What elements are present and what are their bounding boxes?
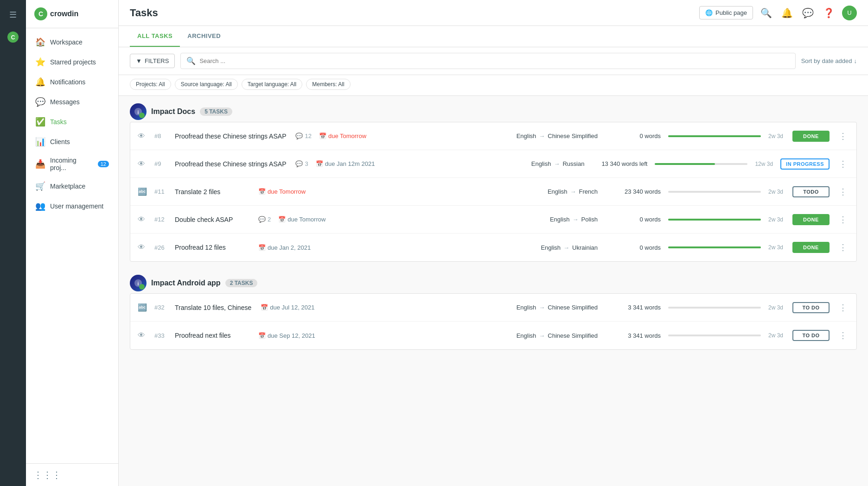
task-name[interactable]: Proofread next files (175, 332, 249, 339)
words-info: 3 341 words (605, 332, 661, 339)
table-row: 👁 #12 Double check ASAP 💬 2 📅 due Tomorr… (130, 206, 856, 234)
sidebar-item-label: User management (50, 202, 103, 210)
sort-control[interactable]: Sort by date added ↓ (801, 57, 857, 64)
sidebar-item-label: Notifications (50, 78, 85, 86)
words-info: 13 340 words left (592, 160, 647, 167)
lang-info: English → Chinese Simplified (517, 133, 598, 139)
more-options-button[interactable]: ⋮ (837, 301, 849, 315)
chip-projects[interactable]: Projects: All (130, 79, 171, 90)
task-meta: 📅 due Jan 2, 2021 (258, 244, 311, 251)
hamburger-menu-icon[interactable]: ☰ (4, 6, 22, 24)
task-id: #26 (154, 244, 169, 251)
chip-target-lang[interactable]: Target language: All (242, 79, 302, 90)
more-options-button[interactable]: ⋮ (837, 129, 849, 143)
search-input[interactable] (199, 57, 789, 64)
words-info: 0 words (605, 216, 661, 223)
sidebar-logo: C crowdin (26, 0, 118, 28)
notification-bell-icon[interactable]: 🔔 (779, 6, 795, 20)
more-options-button[interactable]: ⋮ (837, 185, 849, 199)
progress-bar (655, 163, 715, 165)
sidebar-item-marketplace[interactable]: 🛒 Marketplace (28, 177, 116, 196)
sidebar-item-label: Incoming proj... (50, 157, 93, 171)
tab-archived[interactable]: ARCHIVED (180, 26, 228, 47)
progress-bar (668, 246, 761, 248)
calendar-icon: 📅 (261, 304, 268, 311)
more-options-button[interactable]: ⋮ (837, 240, 849, 254)
sidebar-item-messages[interactable]: 💬 Messages (28, 92, 116, 112)
help-icon[interactable]: ❓ (821, 6, 836, 20)
inbox-icon: 📥 (35, 159, 45, 169)
sidebar-item-notifications[interactable]: 🔔 Notifications (28, 72, 116, 92)
sidebar: C crowdin 🏠 Workspace ⭐ Starred projects… (26, 0, 119, 486)
user-avatar[interactable]: U (842, 6, 857, 20)
crowdin-logo-icon: C (4, 28, 22, 46)
progress-bar-container (655, 163, 747, 165)
task-meta: 💬 2 📅 due Tomorrow (258, 216, 326, 223)
task-name[interactable]: Proofread 12 files (175, 244, 249, 251)
comment-count: 💬 2 (258, 216, 271, 223)
grid-icon[interactable]: ⋮⋮⋮ (33, 470, 61, 480)
status-button[interactable]: DONE (792, 214, 830, 225)
sidebar-nav: 🏠 Workspace ⭐ Starred projects 🔔 Notific… (26, 28, 118, 463)
project-header: i Impact Android app 2 TASKS (130, 275, 857, 291)
tab-all-tasks[interactable]: ALL TASKS (130, 26, 180, 47)
checkmark-icon: ✅ (35, 117, 45, 127)
search-icon[interactable]: 🔍 (759, 6, 774, 20)
header-actions: 🌐 Public page 🔍 🔔 💬 ❓ U (699, 6, 857, 20)
sort-label-text: Sort by date added (801, 57, 852, 64)
message-icon: 💬 (35, 97, 45, 107)
svg-text:i: i (138, 281, 139, 286)
public-page-label: Public page (715, 9, 747, 16)
due-date: 📅 due Tomorrow (258, 188, 306, 195)
status-button[interactable]: IN PROGRESS (780, 158, 830, 170)
more-options-button[interactable]: ⋮ (837, 328, 849, 342)
task-name[interactable]: Double check ASAP (175, 216, 249, 223)
task-name[interactable]: Translate 2 files (175, 188, 249, 196)
task-meta: 💬 12 📅 due Tomorrow (295, 133, 366, 139)
due-date: 📅 due Jan 2, 2021 (258, 244, 311, 251)
task-id: #9 (154, 160, 169, 167)
table-row: 👁 #8 Proofread these Chinese strings ASA… (130, 122, 856, 150)
calendar-icon: 📅 (278, 216, 286, 223)
sidebar-item-incoming[interactable]: 📥 Incoming proj... 12 (28, 152, 116, 176)
due-date: 📅 due Tomorrow (278, 216, 326, 223)
sidebar-item-user-management[interactable]: 👥 User management (28, 196, 116, 216)
sidebar-item-clients[interactable]: 📊 Clients (28, 132, 116, 151)
comment-count: 💬 12 (295, 133, 311, 139)
status-button[interactable]: DONE (792, 242, 830, 253)
sidebar-item-starred[interactable]: ⭐ Starred projects (28, 52, 116, 72)
chip-members[interactable]: Members: All (306, 79, 350, 90)
more-options-button[interactable]: ⋮ (837, 213, 849, 227)
sidebar-item-workspace[interactable]: 🏠 Workspace (28, 32, 116, 52)
sort-arrow-icon: ↓ (854, 57, 857, 64)
task-name[interactable]: Translate 10 files, Chinese (175, 304, 251, 311)
filter-button[interactable]: ▼ FILTERS (130, 54, 175, 68)
chip-source-lang[interactable]: Source language: All (175, 79, 238, 90)
progress-bar (668, 219, 761, 221)
content-area: ALL TASKS ARCHIVED ▼ FILTERS 🔍 Sort by d… (119, 26, 868, 486)
task-name[interactable]: Proofread these Chinese strings ASAP (175, 133, 286, 140)
search-box: 🔍 (180, 53, 795, 69)
task-count: 5 TASKS (200, 107, 232, 116)
task-name[interactable]: Proofread these Chinese strings ASAP (175, 160, 286, 168)
lang-info: English → French (548, 188, 598, 195)
task-right: English → Chinese Simplified 0 words 2w … (517, 129, 849, 143)
status-button[interactable]: DONE (792, 131, 830, 142)
filter-chips: Projects: All Source language: All Targe… (119, 75, 868, 96)
proofread-icon: 👁 (138, 160, 149, 168)
task-right: English → Chinese Simplified 3 341 words… (517, 328, 849, 342)
more-options-button[interactable]: ⋮ (837, 157, 849, 171)
status-button[interactable]: TO DO (792, 330, 830, 341)
status-button[interactable]: TODO (792, 186, 830, 197)
public-page-button[interactable]: 🌐 Public page (699, 6, 753, 19)
sidebar-bottom: ⋮⋮⋮ (26, 463, 118, 486)
svg-text:C: C (38, 10, 43, 18)
task-id: #33 (154, 332, 169, 339)
task-list-impact-android: 🔤 #32 Translate 10 files, Chinese 📅 due … (130, 293, 857, 350)
chat-icon[interactable]: 💬 (800, 6, 816, 20)
page-title: Tasks (130, 7, 699, 19)
lang-info: English → Chinese Simplified (517, 332, 598, 339)
time-ago: 2w 3d (768, 133, 785, 139)
status-button[interactable]: TO DO (792, 302, 830, 313)
sidebar-item-tasks[interactable]: ✅ Tasks (28, 112, 116, 132)
